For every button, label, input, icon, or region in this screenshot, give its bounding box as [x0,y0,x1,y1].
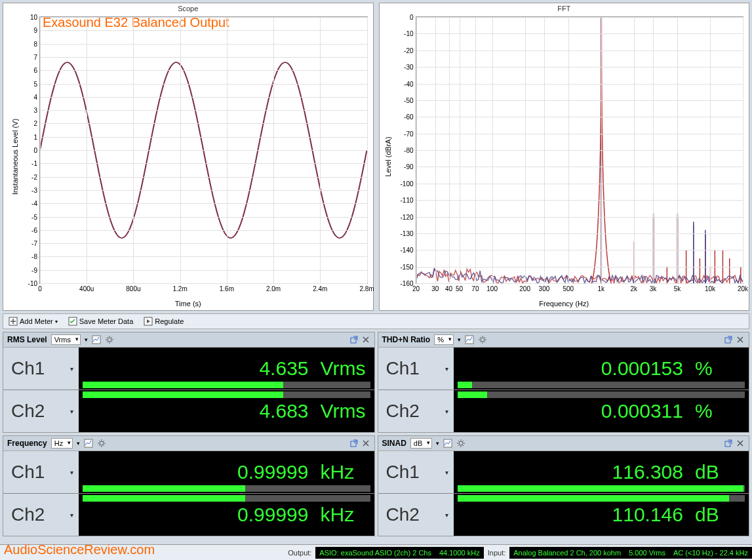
add-meter-button[interactable]: Add Meter ▾ [6,315,60,327]
output-rate[interactable]: 44.1000 kHz [435,547,484,559]
scope-plot-area: 109876543210-1-2-3-4-5-6-7-8-9-100400u80… [39,16,368,284]
thdn-ch2-unit: % [695,400,742,422]
close-icon[interactable] [736,439,745,448]
thdn-ch1-value: 0.000153 [601,357,683,380]
scope-ylabel: Instantaneous Level (V) [11,119,19,195]
svg-point-23 [108,338,111,342]
freq-ch1-display: 0.99999kHz [79,451,374,493]
rms-ch1-value: 4.635 [259,357,308,380]
thdn-ch2-display: 0.000311% [454,390,749,432]
freq-unit-select[interactable]: Hz [51,438,73,449]
input-level[interactable]: 5.000 Vrms [625,547,669,559]
rms-unit-select[interactable]: Vrms [51,334,81,345]
gear-icon[interactable] [97,439,106,448]
sinad-ch1-display: 116.308dB [454,451,749,493]
close-icon[interactable] [361,335,370,344]
input-bw[interactable]: AC (<10 Hz) - 22.4 kHz [669,547,752,559]
status-bar: AudioScienceReview.com Output: ASIO: exa… [0,544,752,560]
rms-ch2-unit: Vrms [321,400,368,422]
input-value[interactable]: Analog Balanced 2 Ch, 200 kohm [509,547,625,559]
gear-icon[interactable] [105,335,114,344]
meter-toolbar: Add Meter ▾ Save Meter Data Regulate [3,313,749,329]
thdn-ch1-display: 0.000153% [454,348,749,390]
thdn-ch2-row: Ch2▾0.000311% [378,390,749,432]
thdn-ch1-unit: % [695,357,742,380]
fft-plot-area: 0-10-20-30-40-50-60-70-80-90-100-110-120… [416,16,744,284]
freq-header: FrequencyHz▾ [3,436,374,451]
popout-icon[interactable] [349,335,359,344]
chevron-down-icon[interactable]: ▾ [77,440,80,447]
rms-meter: RMS LevelVrms▾Ch1▾4.635VrmsCh2▾4.683Vrms [3,332,375,433]
chevron-down-icon[interactable]: ▾ [70,469,73,476]
sinad-ch1-row: Ch1▾116.308dB [378,451,749,493]
gear-icon[interactable] [478,335,487,344]
popout-icon[interactable] [349,439,359,448]
scope-title: Scope [178,5,198,12]
input-label: Input: [484,549,510,557]
chevron-down-icon[interactable]: ▾ [436,440,439,447]
sinad-title: SINAD [382,439,406,448]
rms-title: RMS Level [7,335,47,344]
rms-ch2-value: 4.683 [259,400,308,422]
freq-ch1-value: 0.99999 [237,461,308,483]
chevron-down-icon[interactable]: ▾ [445,408,448,415]
sinad-ch2-display: 110.146dB [454,494,749,536]
sinad-header: SINADdB▾ [378,436,749,451]
chart-icon[interactable] [92,335,101,344]
svg-point-26 [481,338,485,342]
svg-point-29 [100,441,104,445]
fft-xlabel: Frequency (Hz) [539,300,589,308]
thdn-ch1-label: Ch1▾ [378,348,454,390]
sinad-unit-select[interactable]: dB [410,438,432,449]
rms-ch1-label: Ch1▾ [3,348,79,390]
rms-ch2-row: Ch2▾4.683Vrms [3,390,374,432]
chevron-down-icon[interactable]: ▾ [458,336,461,343]
chart-icon[interactable] [84,439,93,448]
fft-ylabel: Level (dBrA) [384,136,391,176]
sinad-ch1-value: 116.308 [612,461,683,483]
plus-icon [9,317,18,326]
chevron-down-icon[interactable]: ▾ [445,469,448,476]
close-icon[interactable] [361,439,370,448]
freq-ch2-row: Ch2▾0.99999kHz [3,494,374,536]
chart-icon[interactable] [465,335,474,344]
svg-point-32 [459,441,463,445]
rms-header: RMS LevelVrms▾ [3,332,374,348]
sinad-ch2-label: Ch2▾ [378,494,454,536]
output-value[interactable]: ASIO: exaSound ASIO (2ch) 2 Chs [315,547,435,559]
chevron-down-icon[interactable]: ▾ [445,365,448,372]
freq-meter: FrequencyHz▾Ch1▾0.99999kHzCh2▾0.99999kHz [3,435,375,536]
freq-ch1-label: Ch1▾ [3,451,79,493]
fft-title: FFT [557,5,570,12]
popout-icon[interactable] [724,439,733,448]
chevron-down-icon[interactable]: ▾ [445,511,448,519]
save-meter-button[interactable]: Save Meter Data [66,315,136,327]
sinad-ch1-unit: dB [695,461,742,483]
freq-title: Frequency [7,439,47,448]
freq-ch2-label: Ch2▾ [3,494,79,536]
regulate-button[interactable]: Regulate [141,315,186,327]
sinad-ch2-value: 110.146 [612,504,683,526]
rms-ch1-display: 4.635Vrms [79,348,374,390]
fft-chart: FFT Level (dBrA) 0-10-20-30-40-50-60-70-… [379,3,750,311]
chart-icon[interactable] [443,439,452,448]
thdn-title: THD+N Ratio [382,335,431,344]
chevron-down-icon[interactable]: ▾ [70,365,73,372]
popout-icon[interactable] [724,335,733,344]
chevron-down-icon: ▾ [55,319,58,325]
thdn-unit-select[interactable]: % [434,334,454,345]
play-icon [144,317,153,326]
sinad-meter: SINADdB▾Ch1▾116.308dBCh2▾110.146dB [378,435,750,536]
scope-chart: Scope Exasound E32 Balanced Output Insta… [3,3,374,311]
gear-icon[interactable] [456,439,465,448]
sinad-ch2-row: Ch2▾110.146dB [378,494,749,536]
output-label: Output: [284,549,315,557]
chevron-down-icon[interactable]: ▾ [70,511,73,519]
close-icon[interactable] [736,335,745,344]
thdn-header: THD+N Ratio%▾ [378,332,749,348]
chevron-down-icon[interactable]: ▾ [70,408,73,415]
chevron-down-icon[interactable]: ▾ [85,336,88,343]
sinad-ch2-unit: dB [695,504,742,526]
rms-ch2-label: Ch2▾ [3,390,79,432]
freq-ch1-unit: kHz [321,461,368,483]
